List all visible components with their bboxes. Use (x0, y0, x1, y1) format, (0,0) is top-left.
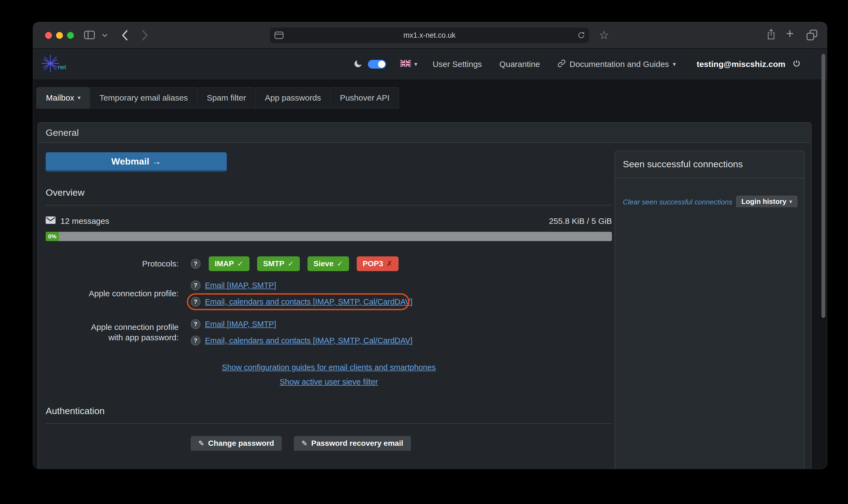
profile-link-row: ? Email, calendars and contacts [IMAP, S… (191, 334, 413, 347)
badge-imap: IMAP✓ (209, 256, 249, 271)
badge-pop3: POP3✗ (357, 256, 399, 271)
check-icon: ✓ (288, 259, 294, 268)
chevron-down-icon: ▾ (673, 61, 676, 68)
login-history-button[interactable]: Login history ▾ (736, 196, 797, 208)
sidebar-chevron-icon[interactable] (102, 34, 107, 37)
protocols-row: Protocols: ? IMAP✓ SMTP✓ Sieve✓ POP3✗ (46, 256, 612, 271)
envelope-icon (46, 216, 55, 226)
uk-flag-icon (400, 59, 411, 69)
profile-link-row: ? Email [IMAP, SMTP] (191, 318, 413, 331)
label-line-2: with app password: (108, 333, 179, 342)
apple-profile-full-link[interactable]: Email, calendars and contacts [IMAP, SMT… (205, 298, 413, 306)
nav-user-settings[interactable]: User Settings (433, 59, 482, 69)
config-guides-link[interactable]: Show configuration guides for email clie… (222, 363, 436, 372)
seen-connections-title: Seen successful connections (615, 151, 804, 178)
tab-temp-aliases[interactable]: Temporary email aliases (90, 87, 197, 108)
apple-profile-app-email-link[interactable]: Email [IMAP, SMTP] (205, 320, 276, 329)
site-navbar: net (33, 49, 827, 80)
help-icon[interactable]: ? (191, 281, 201, 290)
page-format-icon[interactable] (274, 31, 284, 39)
card-body: Webmail → Overview 12 messages 255 (38, 143, 811, 469)
badge-smtp: SMTP✓ (257, 256, 300, 271)
chevron-down-icon: ▾ (77, 94, 81, 102)
forward-icon[interactable] (141, 29, 149, 41)
change-password-button[interactable]: ✎ Change password (191, 436, 282, 452)
tab-pushover-api-label: Pushover API (340, 93, 390, 103)
apple-profile-app-full-link[interactable]: Email, calendars and contacts [IMAP, SMT… (205, 336, 413, 345)
share-icon[interactable] (767, 29, 776, 40)
account-label: testing@miscshiz.com (697, 59, 785, 69)
tab-spam-filter[interactable]: Spam filter (197, 87, 256, 108)
overview-heading: Overview (46, 187, 612, 198)
tab-pushover-api[interactable]: Pushover API (330, 87, 399, 108)
help-icon[interactable]: ? (191, 319, 201, 329)
close-window-button[interactable] (45, 32, 52, 39)
logout-power-icon[interactable] (793, 59, 801, 69)
webmail-button-label: Webmail → (111, 156, 161, 167)
apple-profile-email-link[interactable]: Email [IMAP, SMTP] (205, 281, 276, 290)
tab-bar: Mailbox ▾ Temporary email aliases Spam f… (33, 80, 827, 108)
page-scrollbar[interactable] (821, 54, 825, 318)
password-recovery-button[interactable]: ✎ Password recovery email (294, 436, 411, 452)
card-title: General (38, 123, 811, 143)
nav-quarantine[interactable]: Quarantine (500, 59, 540, 69)
badge-smtp-label: SMTP (263, 259, 284, 268)
tab-spam-filter-label: Spam filter (207, 93, 246, 103)
pencil-icon: ✎ (301, 439, 308, 448)
clear-seen-connections-link[interactable]: Clear seen successful connections (623, 198, 732, 206)
protocol-badges: IMAP✓ SMTP✓ Sieve✓ POP3✗ (209, 256, 399, 271)
sidebar-toggle-icon[interactable] (84, 30, 95, 40)
change-password-label: Change password (208, 439, 274, 448)
badge-sieve: Sieve✓ (308, 256, 349, 271)
minimize-window-button[interactable] (56, 32, 63, 39)
login-history-label: Login history (741, 197, 786, 206)
sieve-filter-link[interactable]: Show active user sieve filter (280, 377, 378, 386)
address-bar[interactable]: mx1.x-net.co.uk (270, 28, 589, 43)
apple-profile-app-password-row: Apple connection profile with app passwo… (46, 318, 612, 347)
tab-mailbox-label: Mailbox (46, 93, 74, 103)
profile-link-row: ? Email, calendars and contacts [IMAP, S… (191, 295, 413, 308)
tab-temp-aliases-label: Temporary email aliases (99, 93, 188, 103)
mailbox-details: Webmail → Overview 12 messages 255 (46, 150, 612, 469)
webmail-button[interactable]: Webmail → (46, 152, 227, 172)
check-icon: ✓ (237, 259, 243, 268)
cross-icon: ✗ (386, 259, 393, 268)
protocols-label: Protocols: (46, 258, 179, 269)
label-line-1: Apple connection profile (91, 323, 179, 331)
message-count: 12 messages (60, 216, 109, 226)
apple-profile-row: Apple connection profile: ? Email [IMAP,… (46, 279, 612, 308)
xnet-logo[interactable]: net (40, 53, 70, 76)
toggle-knob (378, 61, 385, 68)
messages-row: 12 messages 255.8 KiB / 5 GiB (46, 216, 612, 226)
pencil-icon: ✎ (198, 439, 204, 448)
browser-toolbar: mx1.x-net.co.uk ☆ + (33, 22, 827, 49)
back-icon[interactable] (121, 29, 128, 41)
new-tab-icon[interactable]: + (786, 25, 794, 41)
apple-profile-app-password-label: Apple connection profile with app passwo… (46, 322, 179, 343)
apple-profile-label: Apple connection profile: (46, 288, 179, 299)
tab-app-passwords-label: App passwords (265, 93, 321, 103)
language-dropdown[interactable]: ▾ (400, 59, 417, 69)
reload-icon[interactable] (577, 31, 586, 40)
help-icon[interactable]: ? (191, 336, 201, 345)
desktop: mx1.x-net.co.uk ☆ + (0, 0, 848, 504)
dark-mode-toggle[interactable] (368, 60, 386, 69)
bookmark-star-icon[interactable]: ☆ (599, 28, 609, 43)
help-icon[interactable]: ? (191, 259, 201, 269)
tab-mailbox[interactable]: Mailbox ▾ (36, 87, 90, 108)
zoom-window-button[interactable] (67, 32, 74, 39)
svg-text:net: net (58, 64, 66, 71)
moon-icon (354, 59, 363, 70)
nav-docs-dropdown[interactable]: Documentation and Guides ▾ (557, 59, 676, 69)
general-card: General Webmail → Overview (37, 122, 812, 469)
tab-overview-icon[interactable] (806, 29, 818, 41)
quota-progress-bar: 0% (46, 232, 612, 241)
badge-imap-label: IMAP (215, 259, 234, 268)
help-icon[interactable]: ? (191, 297, 201, 307)
authentication-heading: Authentication (46, 406, 612, 416)
chevron-down-icon: ▾ (414, 61, 417, 68)
nav-docs-label: Documentation and Guides (570, 59, 669, 69)
badge-sieve-label: Sieve (313, 259, 333, 268)
profile-link-row: ? Email [IMAP, SMTP] (191, 279, 413, 292)
tab-app-passwords[interactable]: App passwords (255, 87, 330, 108)
